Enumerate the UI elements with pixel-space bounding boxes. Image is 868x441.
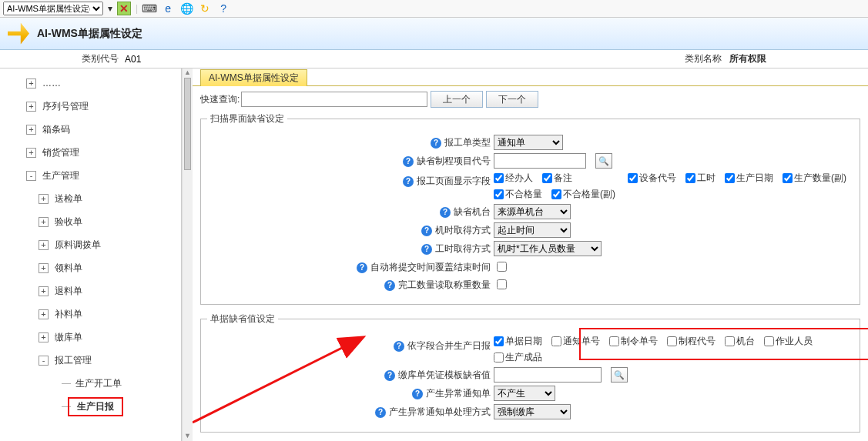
expand-icon[interactable]: +: [39, 194, 49, 204]
field-checkbox[interactable]: 设备代号: [628, 172, 676, 185]
tree-node[interactable]: +缴库单: [0, 326, 178, 349]
question-icon[interactable]: ?: [431, 138, 441, 149]
checkbox-input[interactable]: [628, 173, 638, 183]
prev-button[interactable]: 上一个: [431, 91, 483, 108]
expand-icon[interactable]: +: [39, 286, 49, 296]
field-checkbox[interactable]: 备注: [542, 172, 572, 185]
close-icon[interactable]: ✕: [117, 2, 131, 15]
collapse-icon[interactable]: -: [39, 356, 49, 366]
field-checkbox[interactable]: 机台: [725, 335, 755, 348]
next-button[interactable]: 下一个: [486, 91, 538, 108]
checkbox-input[interactable]: [667, 336, 677, 346]
expand-icon[interactable]: +: [26, 102, 36, 112]
doc-selector[interactable]: AI-WMS单据属性设定(\: [3, 2, 103, 15]
tree-node[interactable]: +箱条码: [0, 118, 178, 141]
question-icon[interactable]: ?: [403, 156, 414, 167]
question-icon[interactable]: ?: [440, 207, 451, 218]
checkbox-input[interactable]: [494, 189, 504, 199]
tree-leaf[interactable]: —生产开工单: [0, 372, 178, 395]
field-checkbox[interactable]: 生产数量(副): [783, 172, 846, 185]
tree-node[interactable]: +销货管理: [0, 141, 178, 164]
work-hour-select[interactable]: 机时*工作人员数量: [494, 241, 602, 256]
default-machine-select[interactable]: 来源单机台: [494, 204, 571, 219]
auto-overwrite-check[interactable]: [497, 262, 507, 272]
question-icon[interactable]: ?: [357, 262, 367, 273]
checkbox-input[interactable]: [494, 352, 504, 362]
tree-node[interactable]: +退料单: [0, 279, 178, 302]
field-checkbox[interactable]: 生产日期: [725, 172, 773, 185]
help-icon[interactable]: ?: [216, 2, 230, 15]
checkbox-input[interactable]: [764, 336, 774, 346]
checkbox-input[interactable]: [609, 336, 619, 346]
field-checkbox[interactable]: 不合格量(副): [551, 188, 615, 201]
machine-hour-select[interactable]: 起止时间: [494, 222, 571, 238]
keyboard-icon[interactable]: ⌨: [142, 2, 156, 15]
collapse-icon[interactable]: -: [26, 171, 36, 181]
checkbox-input[interactable]: [542, 173, 552, 183]
field-checkbox[interactable]: 单据日期: [494, 335, 542, 348]
tree-node[interactable]: +验收单: [0, 210, 178, 233]
default-proc-input[interactable]: [494, 153, 586, 169]
edge-icon[interactable]: 🌐: [179, 2, 193, 15]
tree-node[interactable]: +补料单: [0, 302, 178, 326]
checkbox-input[interactable]: [783, 173, 793, 183]
expand-icon[interactable]: +: [39, 217, 49, 227]
search-input[interactable]: [241, 92, 427, 107]
tree-node[interactable]: +领料单: [0, 256, 178, 279]
make-exception-select[interactable]: 不产生: [494, 386, 555, 401]
tree-scrollbar[interactable]: ▲ ▼: [182, 68, 193, 441]
field-checkbox[interactable]: 制令单号: [609, 335, 658, 348]
tab-settings[interactable]: AI-WMS单据属性设定: [200, 69, 307, 86]
checkbox-input[interactable]: [494, 173, 504, 183]
tree-node[interactable]: -生产管理: [0, 164, 178, 187]
question-icon[interactable]: ?: [412, 389, 423, 399]
question-icon[interactable]: ?: [421, 244, 432, 255]
report-type-select[interactable]: 通知单: [494, 135, 563, 150]
expand-icon[interactable]: +: [39, 263, 49, 273]
scroll-thumb[interactable]: [184, 78, 191, 170]
tree-node[interactable]: +序列号管理: [0, 95, 178, 118]
tree-node[interactable]: +原料调拨单: [0, 233, 178, 256]
tree-node[interactable]: +送检单: [0, 187, 178, 210]
expand-icon[interactable]: +: [26, 148, 36, 158]
question-icon[interactable]: ?: [384, 370, 395, 381]
name-value: 所有权限: [729, 52, 766, 65]
question-icon[interactable]: ?: [384, 280, 395, 291]
field-checkbox[interactable]: 工时: [685, 172, 716, 185]
tree-leaf[interactable]: —生产日报: [0, 395, 178, 418]
warehouse-tpl-input[interactable]: [494, 367, 602, 383]
page-title: AI-WMS单据属性设定: [37, 27, 142, 41]
scroll-up-icon[interactable]: ▲: [183, 68, 193, 78]
lookup-icon[interactable]: 🔍: [595, 153, 612, 169]
checkbox-input[interactable]: [551, 189, 561, 199]
expand-icon[interactable]: +: [39, 309, 49, 319]
tree-node[interactable]: -报工管理: [0, 349, 178, 372]
field-checkbox[interactable]: 经办人: [494, 172, 533, 185]
checkbox-input[interactable]: [685, 173, 695, 183]
field-checkbox[interactable]: 生产成品: [494, 351, 542, 364]
checkbox-input[interactable]: [725, 336, 735, 346]
refresh-icon[interactable]: ↻: [198, 2, 212, 15]
field-checkbox[interactable]: 制程代号: [667, 335, 716, 348]
field-checkbox[interactable]: 通知单号: [551, 335, 600, 348]
checkbox-input[interactable]: [551, 336, 561, 346]
expand-icon[interactable]: +: [39, 332, 49, 342]
group2-legend: 单据缺省值设定: [207, 312, 278, 326]
scroll-down-icon[interactable]: ▼: [183, 432, 193, 441]
checkbox-input[interactable]: [725, 173, 735, 183]
question-icon[interactable]: ?: [375, 407, 386, 418]
tree-node[interactable]: +……: [0, 72, 178, 95]
exception-proc-select[interactable]: 强制缴库: [494, 404, 571, 419]
field-checkbox[interactable]: 不合格量: [494, 188, 542, 201]
read-weigh-check[interactable]: [497, 279, 507, 289]
lookup-icon[interactable]: 🔍: [611, 367, 628, 383]
question-icon[interactable]: ?: [394, 341, 404, 352]
checkbox-input[interactable]: [494, 336, 504, 346]
question-icon[interactable]: ?: [403, 176, 414, 187]
expand-icon[interactable]: +: [39, 240, 49, 250]
field-checkbox[interactable]: 作业人员: [764, 335, 813, 348]
expand-icon[interactable]: +: [26, 125, 36, 135]
ie-icon[interactable]: e: [161, 2, 175, 15]
question-icon[interactable]: ?: [421, 226, 432, 236]
expand-icon[interactable]: +: [26, 79, 36, 89]
